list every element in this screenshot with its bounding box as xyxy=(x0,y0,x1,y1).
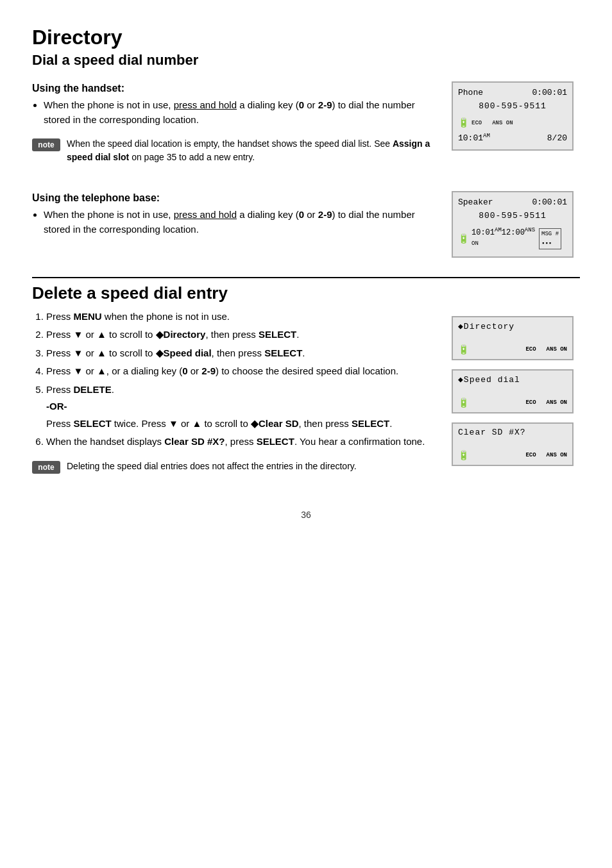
note-delete: note Deleting the speed dial entries doe… xyxy=(32,456,439,478)
section-heading-dial: Dial a speed dial number xyxy=(32,52,580,69)
clearsd-eco: ECO xyxy=(525,452,536,458)
display-speeddial-line: ◆Speed dial xyxy=(458,374,567,385)
press-hold-text-handset: press and hold xyxy=(174,99,237,110)
display-base-time-top: 0:00:01 xyxy=(532,196,567,210)
note-handset: note When the speed dial location is emp… xyxy=(32,133,439,168)
display-clock: 10:01AM xyxy=(458,131,490,146)
dir-battery-icon: 🔋 xyxy=(458,344,469,355)
display-time-top: 0:00:01 xyxy=(532,87,567,100)
display-directory-line: ◆Directory xyxy=(458,321,567,331)
display-base-clock: 10:01AM12:00ANSON xyxy=(472,226,535,253)
speeddial-battery-icon: 🔋 xyxy=(458,397,469,408)
display-msg-box: MSG #▪▪▪ xyxy=(539,228,561,249)
clear-sd-display: Clear SD #X? 🔋 ECO ANS ON xyxy=(452,422,574,466)
clearsd-battery-icon: 🔋 xyxy=(458,450,469,461)
speeddial-eco: ECO xyxy=(525,399,536,406)
display-ans-on: ANS ON xyxy=(492,119,513,128)
section-heading-delete: Delete a speed dial entry xyxy=(32,277,580,303)
display-eco: ECO xyxy=(472,119,482,128)
bullet-handset: When the phone is not in use, press and … xyxy=(44,98,439,127)
clearsd-ans-on: ANS ON xyxy=(547,452,567,458)
dir-eco: ECO xyxy=(525,346,536,353)
heading-using-base: Using the telephone base: xyxy=(32,192,439,204)
step-5-sub: Press SELECT twice. Press ▼ or ▲ to scro… xyxy=(46,417,439,431)
note-label-handset: note xyxy=(32,138,60,151)
base-battery-icon: 🔋 xyxy=(458,232,469,246)
step-3: Press ▼ or ▲ to scroll to ◆Speed dial, t… xyxy=(46,346,439,361)
step-4: Press ▼ or ▲, or a dialing key (0 or 2-9… xyxy=(46,364,439,379)
display-clearsd-line: Clear SD #X? xyxy=(458,428,567,437)
display-am: AM xyxy=(483,133,490,139)
display-speaker-label: Speaker xyxy=(458,196,493,210)
step-1: Press MENU when the phone is not in use. xyxy=(46,310,439,324)
display-phone-label: Phone xyxy=(458,87,483,100)
bullet-base: When the phone is not in use, press and … xyxy=(44,208,439,237)
dir-ans-on: ANS ON xyxy=(547,346,567,353)
page-title: Directory xyxy=(32,26,580,49)
speeddial-ans-on: ANS ON xyxy=(547,399,567,406)
base-display: Speaker 0:00:01 800-595-9511 🔋 10:01AM12… xyxy=(452,191,574,258)
step-2: Press ▼ or ▲ to scroll to ◆Directory, th… xyxy=(46,328,439,342)
display-base-number: 800-595-9511 xyxy=(458,210,567,223)
note-label-delete: note xyxy=(32,461,60,474)
page-number: 36 xyxy=(32,510,580,520)
step-5: Press DELETE. -OR- Press SELECT twice. P… xyxy=(46,383,439,431)
speed-dial-display: ◆Speed dial 🔋 ECO ANS ON xyxy=(452,369,574,413)
step-5-or: -OR- xyxy=(46,399,439,414)
display-number: 800-595-9511 xyxy=(458,100,567,113)
step-6: When the handset displays Clear SD #X?, … xyxy=(46,435,439,449)
display-date: 8/20 xyxy=(547,132,567,146)
note-text-handset: When the speed dial location is empty, t… xyxy=(67,137,439,164)
press-hold-text-base: press and hold xyxy=(174,209,237,220)
delete-steps-list: Press MENU when the phone is not in use.… xyxy=(46,310,439,449)
handset-display: Phone 0:00:01 800-595-9511 🔋 ECO ANS ON … xyxy=(452,81,574,151)
heading-using-handset: Using the handset: xyxy=(32,83,439,94)
directory-display: ◆Directory 🔋 ECO ANS ON xyxy=(452,316,574,360)
note-text-delete: Deleting the speed dial entries does not… xyxy=(67,460,357,473)
handset-battery-icon: 🔋 xyxy=(458,116,469,130)
